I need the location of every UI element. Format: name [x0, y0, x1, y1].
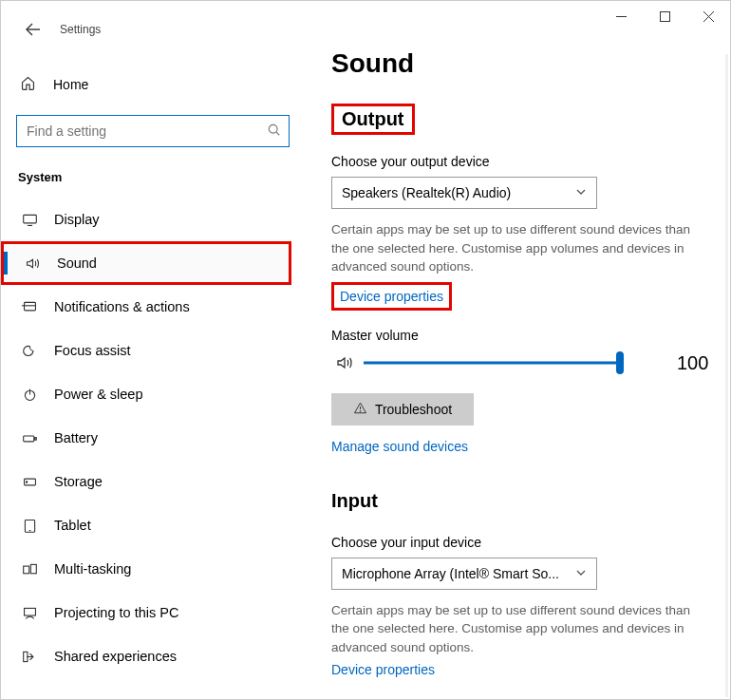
input-device-value: Microphone Array (Intel® Smart So...: [342, 566, 559, 581]
troubleshoot-button[interactable]: Troubleshoot: [331, 393, 474, 426]
master-volume-label: Master volume: [331, 328, 711, 343]
nav-label: Focus assist: [54, 343, 131, 358]
shared-experiences-icon: [20, 649, 39, 665]
nav-storage[interactable]: Storage: [16, 460, 290, 503]
input-device-properties-link[interactable]: Device properties: [331, 662, 435, 677]
nav-display[interactable]: Display: [16, 198, 290, 241]
nav-focus-assist[interactable]: Focus assist: [16, 329, 290, 372]
volume-icon[interactable]: [331, 353, 358, 372]
sidebar: Settings Home System: [1, 1, 305, 699]
nav-power-sleep[interactable]: Power & sleep: [16, 372, 290, 416]
display-icon: [20, 212, 39, 228]
input-device-select[interactable]: Microphone Array (Intel® Smart So...: [331, 558, 597, 590]
input-device-label: Choose your input device: [331, 535, 711, 550]
nav-label: Projecting to this PC: [54, 605, 178, 620]
sidebar-category: System: [18, 170, 290, 184]
power-icon: [20, 387, 39, 403]
nav-projecting[interactable]: Projecting to this PC: [16, 591, 290, 634]
app-title: Settings: [60, 23, 101, 36]
input-section: Input Choose your input device Microphon…: [331, 481, 711, 678]
nav-label: Storage: [54, 474, 103, 489]
back-button[interactable]: [16, 12, 50, 47]
chevron-down-icon: [575, 566, 587, 581]
svg-rect-19: [23, 566, 28, 574]
search-box[interactable]: [16, 115, 290, 147]
tablet-icon: [20, 518, 39, 534]
nav-shared-experiences[interactable]: Shared experiences: [16, 634, 290, 678]
nav-label: Battery: [54, 430, 98, 445]
svg-rect-9: [24, 302, 35, 311]
output-device-value: Speakers (Realtek(R) Audio): [342, 185, 511, 200]
storage-icon: [20, 474, 39, 490]
nav-multitasking[interactable]: Multi-tasking: [16, 547, 290, 591]
sidebar-nav: Display Sound Notifications & actions: [16, 198, 290, 678]
nav-label: Multi-tasking: [54, 561, 131, 577]
nav-label: Notifications & actions: [54, 299, 190, 314]
battery-icon: [20, 430, 39, 446]
slider-thumb[interactable]: [616, 351, 624, 374]
svg-line-6: [276, 131, 279, 134]
multitasking-icon: [20, 561, 39, 577]
settings-window: Settings Home System: [0, 0, 731, 700]
home-label: Home: [53, 77, 88, 92]
output-heading: Output: [331, 104, 415, 135]
output-device-select[interactable]: Speakers (Realtek(R) Audio): [331, 177, 597, 209]
output-helper-text: Certain apps may be set up to use differ…: [331, 220, 711, 276]
nav-battery[interactable]: Battery: [16, 416, 290, 460]
warning-icon: [353, 401, 367, 418]
projecting-icon: [20, 605, 39, 621]
svg-point-5: [269, 124, 277, 133]
svg-rect-14: [34, 437, 36, 440]
nav-sound[interactable]: Sound: [1, 241, 291, 285]
input-helper-text: Certain apps may be set up to use differ…: [331, 601, 711, 657]
notifications-icon: [20, 299, 39, 315]
scrollbar[interactable]: [725, 54, 728, 697]
master-volume-value: 100: [677, 352, 708, 374]
nav-label: Sound: [57, 255, 97, 271]
nav-label: Tablet: [54, 518, 91, 533]
focus-assist-icon: [20, 343, 39, 359]
svg-point-25: [360, 410, 361, 411]
output-device-properties-link[interactable]: Device properties: [331, 282, 452, 311]
output-device-label: Choose your output device: [331, 154, 711, 169]
home-nav[interactable]: Home: [16, 67, 290, 102]
home-icon: [20, 75, 36, 94]
input-heading: Input: [331, 488, 382, 516]
content-area: Sound Output Choose your output device S…: [305, 1, 730, 699]
nav-label: Display: [54, 212, 100, 227]
titlebar-left: Settings: [16, 12, 290, 47]
output-section: Output Choose your output device Speaker…: [331, 96, 711, 454]
svg-point-16: [26, 481, 27, 482]
search-icon: [268, 123, 281, 140]
svg-rect-21: [24, 608, 35, 615]
sound-icon: [23, 255, 42, 272]
search-input[interactable]: [25, 123, 268, 140]
troubleshoot-label: Troubleshoot: [375, 402, 452, 417]
svg-rect-7: [23, 215, 36, 223]
master-volume-slider[interactable]: [364, 353, 620, 372]
slider-track: [364, 362, 620, 365]
manage-sound-devices-link[interactable]: Manage sound devices: [331, 439, 468, 454]
master-volume-row: 100: [331, 352, 711, 374]
chevron-down-icon: [575, 185, 587, 200]
svg-rect-13: [23, 435, 33, 441]
svg-rect-20: [30, 564, 36, 573]
page-title: Sound: [331, 48, 711, 79]
nav-notifications[interactable]: Notifications & actions: [16, 285, 290, 329]
nav-label: Power & sleep: [54, 387, 143, 402]
nav-label: Shared experiences: [54, 649, 177, 664]
nav-tablet[interactable]: Tablet: [16, 503, 290, 547]
